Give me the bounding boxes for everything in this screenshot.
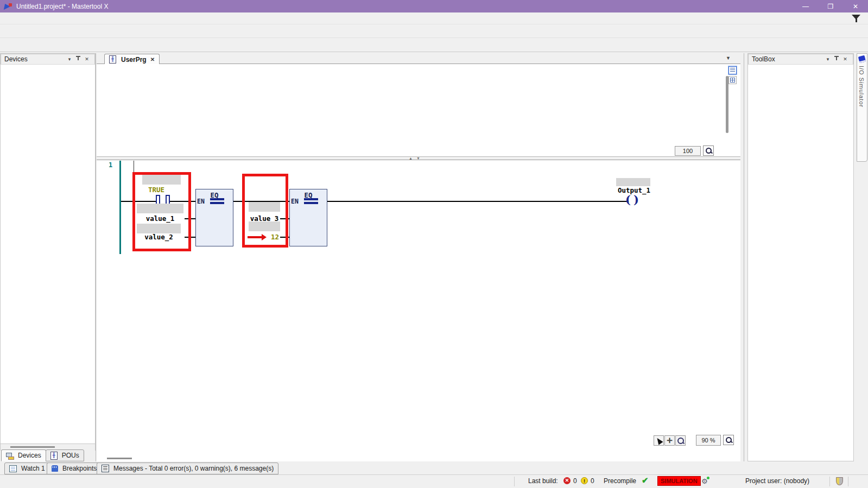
wire [326,201,629,202]
tab-breakpoints[interactable]: Breakpoints [47,462,102,474]
contact-operand[interactable]: TRUE [140,186,173,194]
toolbox-close-icon[interactable]: ✕ [841,55,850,63]
toolbox-panel-title: ToolBox [752,55,823,63]
ladder-zoom-value[interactable]: 90 % [696,435,721,446]
devices-close-icon[interactable]: ✕ [83,55,91,63]
value-placeholder [137,204,183,213]
minimize-button[interactable]: — [793,0,818,12]
editor-tab-label: UserPrg [121,56,147,64]
ladder-zoom-icon[interactable] [723,435,734,445]
tab-userprg[interactable]: UserPrg ✕ [104,54,160,65]
ladder-hscroll-thumb[interactable] [107,458,132,459]
warning-count: 0 [591,477,594,485]
menu-bar [0,12,868,24]
window-title: Untitled1.project* - Mastertool X [16,3,108,10]
panel-separator[interactable] [96,53,96,461]
devices-panel: Devices ▾ ✕ [0,53,96,444]
toolbox-list [748,65,853,461]
value-placeholder [616,178,650,186]
close-button[interactable]: ✕ [843,0,868,12]
equals-icon [304,202,318,204]
precompile-check-icon: ✔ [642,476,649,485]
main-toolbar [0,24,868,38]
error-icon: ✕ [563,477,571,484]
editor-tab-bar: UserPrg ✕ ▼ [97,53,740,64]
eq-block-2[interactable]: EQ EN [289,189,327,246]
maximize-button[interactable]: ❐ [818,0,843,12]
rail-line [134,161,134,179]
filter-icon[interactable] [852,15,860,22]
status-bar: Last build: ✕ 0 ! 0 Precompile ✔ SIMULAT… [0,474,868,488]
code-vscrollbar[interactable] [726,76,728,133]
tab-devices[interactable]: Devices [1,449,46,461]
equals-icon [210,198,224,200]
network-margin-bar [119,161,121,254]
declaration-zoom-value[interactable]: 100 [675,146,701,156]
tab-pous[interactable]: POUs [46,449,84,461]
declaration-editor[interactable]: 100 [97,64,740,156]
ladder-editor[interactable]: 1 TRUE value_1 value_2 EQ EN value_3 [97,160,740,461]
tabular-view-icon[interactable] [728,76,737,84]
splitter-up-icon[interactable]: ▲ [409,156,413,160]
watch-icon [9,465,17,472]
toolbox-panel-header: ToolBox ▾ ✕ [748,54,853,65]
pous-tab-label: POUs [62,452,79,459]
en-pin-label: EN [291,198,299,205]
tab-list-chevron-icon[interactable]: ▼ [726,55,731,61]
wire [280,237,289,238]
panel-separator[interactable] [744,53,744,461]
error-count: 0 [573,477,577,485]
fbdld-toolbar [0,38,868,52]
left-panel-tabs: Devices POUs [0,451,97,461]
network-number[interactable]: 1 [109,161,112,169]
pous-tab-icon [50,452,58,460]
toolbox-panel: ToolBox ▾ ✕ [747,53,854,461]
wire [185,237,195,238]
annotation-arrow-icon [248,234,268,240]
equals-icon [210,202,224,204]
bottom-tab-row: Watch 1 Breakpoints Messages - Total 0 e… [0,461,868,474]
simulation-gear-icon: ⚙ [701,477,708,485]
tab-watch-1[interactable]: Watch 1 [4,462,50,474]
warning-icon: ! [581,477,588,484]
operand-value-1[interactable]: value_1 [137,214,183,223]
editor-splitter[interactable]: ▲ ▼ [97,156,740,160]
messages-tab-label: Messages - Total 0 error(s), 0 warning(s… [113,465,274,472]
operand-value-2[interactable]: value_2 [137,233,181,241]
coil-icon[interactable]: () [625,193,642,206]
devices-pin-icon[interactable] [74,55,83,63]
devices-tab-icon [6,452,14,459]
devices-menu-chevron-icon[interactable]: ▾ [65,55,74,63]
watch-tab-label: Watch 1 [21,465,45,472]
magnifier-tool-button[interactable] [675,435,686,446]
wire [121,201,156,202]
pou-icon [109,55,116,64]
breakpoints-icon [52,465,58,472]
devices-panel-header: Devices ▾ ✕ [1,54,95,65]
value-placeholder [249,221,280,231]
textual-view-icon[interactable] [728,66,737,74]
toolbox-pin-icon[interactable] [832,55,841,63]
precompile-label: Precompile [604,477,636,485]
app-logo-icon [4,3,12,10]
tab-messages[interactable]: Messages - Total 0 error(s), 0 warning(s… [97,462,278,474]
select-tool-button[interactable] [654,435,664,446]
breakpoints-tab-label: Breakpoints [62,465,97,472]
devices-panel-title: Devices [4,55,65,63]
eq-block-1[interactable]: EQ EN [195,189,233,246]
splitter-down-icon[interactable]: ▼ [416,156,420,160]
io-simulator-tab[interactable]: I/O Simulator [857,53,867,162]
equals-icon [304,198,318,200]
declaration-zoom-icon[interactable] [703,145,714,156]
title-bar: Untitled1.project* - Mastertool X — ❐ ✕ [0,0,868,12]
security-shield-icon[interactable] [836,477,843,485]
value-placeholder [142,175,181,185]
pan-tool-button[interactable]: ✛ [664,435,675,446]
wire [169,201,195,202]
simulation-badge: SIMULATION [657,476,701,486]
close-tab-icon[interactable]: ✕ [150,56,155,62]
value-placeholder [137,224,181,233]
last-build-label: Last build: [528,477,558,485]
en-pin-label: EN [197,198,205,205]
toolbox-menu-chevron-icon[interactable]: ▾ [823,55,832,63]
